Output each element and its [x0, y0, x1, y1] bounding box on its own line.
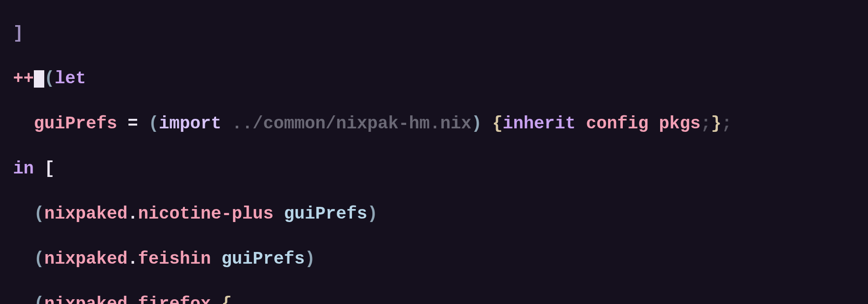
paren-open: (	[34, 204, 44, 224]
brace-close: }	[711, 114, 721, 134]
code-line-2: guiPrefs = (import ../common/nixpak-hm.n…	[13, 113, 868, 135]
operator-eq: =	[117, 114, 148, 134]
code-line-5: (nixpaked.feishin guiPrefs)	[13, 248, 868, 271]
bracket-close: ]	[13, 24, 23, 43]
keyword-import: import	[159, 114, 221, 134]
brace-open: {	[221, 294, 232, 304]
identifier-feishin: feishin	[138, 249, 211, 269]
paren-open: (	[34, 294, 44, 304]
identifier-nicotine-plus: nicotine-plus	[138, 204, 273, 224]
paren-open: (	[148, 114, 159, 134]
semicolon: ;	[721, 114, 732, 134]
code-line-0: ]	[13, 23, 868, 45]
identifier-config: config	[575, 114, 648, 134]
dot: .	[128, 249, 138, 269]
keyword-in: in	[13, 159, 34, 179]
identifier-guiPrefs-arg: guiPrefs	[284, 204, 367, 224]
code-line-1: ++(let	[13, 68, 868, 90]
identifier-firefox: firefox	[138, 294, 211, 304]
keyword-let: let	[55, 69, 86, 88]
code-line-6: (nixpaked.firefox {	[13, 293, 868, 304]
identifier-guiPrefs-arg: guiPrefs	[221, 249, 305, 269]
dot: .	[128, 204, 138, 224]
paren-open: (	[44, 69, 55, 88]
paren-close: )	[471, 114, 482, 134]
identifier-nixpaked: nixpaked	[44, 294, 128, 304]
code-line-3: in [	[13, 158, 868, 180]
code-line-4: (nixpaked.nicotine-plus guiPrefs)	[13, 203, 868, 226]
brace-open: {	[492, 114, 503, 134]
identifier-guiPrefs: guiPrefs	[34, 114, 117, 134]
identifier-nixpaked: nixpaked	[44, 249, 128, 269]
path-literal: ../common/nixpak-hm.nix	[221, 114, 471, 134]
paren-close: )	[305, 249, 315, 269]
operator-plusplus: ++	[13, 69, 34, 88]
identifier-pkgs: pkgs	[648, 114, 700, 134]
identifier-nixpaked: nixpaked	[44, 204, 128, 224]
semicolon: ;	[700, 114, 711, 134]
paren-close: )	[367, 204, 378, 224]
paren-open: (	[34, 249, 44, 269]
dot: .	[128, 294, 138, 304]
bracket-open: [	[34, 159, 55, 179]
cursor-icon	[34, 70, 44, 88]
keyword-inherit: inherit	[503, 114, 575, 134]
code-editor[interactable]: ] ++(let guiPrefs = (import ../common/ni…	[0, 0, 868, 304]
